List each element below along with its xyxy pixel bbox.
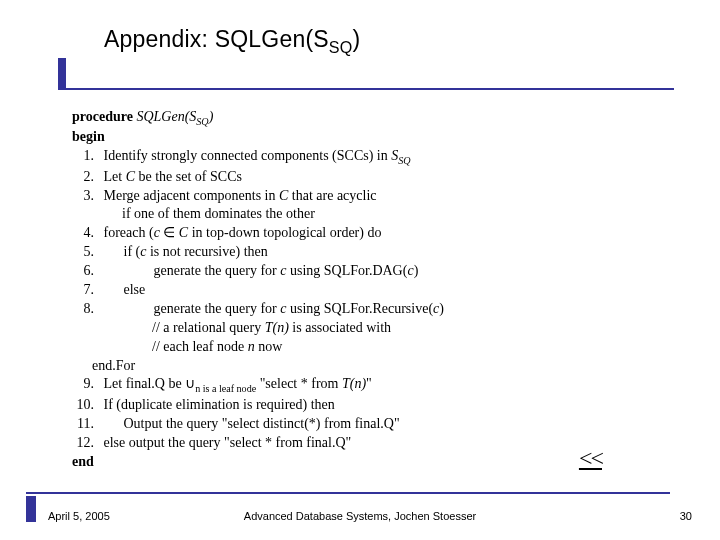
line-3b: if one of them dominates the other [72,205,632,224]
line-number: 9. [72,375,94,394]
line-text: if ( [124,244,141,259]
back-link[interactable]: << [579,445,602,472]
line-text: Output the query "select distinct(*) fro… [124,416,400,431]
line-text: If (duplicate elimination is required) t… [104,397,335,412]
line-number: 7. [72,281,94,300]
end-keyword: end [72,454,94,469]
line-number: 2. [72,168,94,187]
line-text: Let final.Q be ∪ [104,376,196,391]
line-10: 10. If (duplicate elimination is require… [72,396,632,415]
line-number: 4. [72,224,94,243]
line-text: is not recursive) then [146,244,267,259]
procedure-call-prefix: SQLGen(S [136,109,196,124]
in-symbol: ∈ [160,225,179,240]
line-1: 1. Identify strongly connected component… [72,147,632,167]
line-text: " [366,376,372,391]
line-8c: // each leaf node n now [72,338,632,357]
line-text: in top-down topological order) do [188,225,381,240]
line-number: 12. [72,434,94,453]
procedure-keyword: procedure [72,109,133,124]
slide: Appendix: SQLGen(SSQ) procedure SQLGen(S… [0,0,720,540]
line-text: foreach ( [104,225,154,240]
line-text: // each leaf node [152,339,248,354]
line-11: 11. Output the query "select distinct(*)… [72,415,632,434]
line-8: 8. generate the query for c using SQLFor… [72,300,632,319]
line-number: 11. [72,415,94,434]
line-text: else [124,282,146,297]
line-text: generate the query for [154,263,281,278]
footer-line [26,492,670,494]
line-text: now [255,339,283,354]
procedure-call-sub: SQ [196,116,208,127]
line-number: 6. [72,262,94,281]
title-subscript: SQ [329,38,353,56]
page-title: Appendix: SQLGen(SSQ) [104,26,360,57]
line-number: 8. [72,300,94,319]
line-8b: // a relational query T(n) is associated… [72,319,632,338]
line-text: is associated with [289,320,391,335]
procedure-body: procedure SQLGen(SSQ) begin 1. Identify … [72,108,632,471]
sym-n: n [248,339,255,354]
title-prefix: Appendix: SQLGen(S [104,26,329,52]
line-number: 10. [72,396,94,415]
procedure-call-suffix: ) [209,109,214,124]
indent [104,301,154,316]
line-2: 2. Let C be the set of SCCs [72,168,632,187]
line-text: ) [439,301,444,316]
sym-S-sub: SQ [398,155,410,166]
sym-C: C [126,169,135,184]
line-text: "select * from [256,376,342,391]
indent [104,244,124,259]
sym-C: C [179,225,188,240]
sym-Tn: T(n) [342,376,366,391]
line-text: Merge adjacent components in [104,188,279,203]
line-text: else output the query "select * from fin… [104,435,352,450]
line-9: 9. Let final.Q be ∪n is a leaf node "sel… [72,375,632,395]
line-text: ) [414,263,419,278]
line-text: using SQLFor.DAG( [286,263,407,278]
line-5: 5. if (c is not recursive) then [72,243,632,262]
indent [104,416,124,431]
line-number: 3. [72,187,94,206]
footer-center: Advanced Database Systems, Jochen Stoess… [0,510,720,522]
indent [104,282,124,297]
line-number: 1. [72,147,94,166]
sym-C: C [279,188,288,203]
procedure-header: procedure SQLGen(SSQ) [72,108,632,128]
accent-line [66,88,674,90]
line-text: Identify strongly connected components (… [104,148,392,163]
line-3: 3. Merge adjacent components in C that a… [72,187,632,206]
end-keyword-row: end [72,453,632,472]
line-text: be the set of SCCs [135,169,242,184]
line-text: that are acyclic [288,188,376,203]
accent-bar [58,58,66,90]
line-text: Let [104,169,126,184]
line-text: // a relational query [152,320,265,335]
line-12: 12. else output the query "select * from… [72,434,632,453]
begin-keyword: begin [72,129,105,144]
endfor-row: end.For [72,357,632,376]
line-number: 5. [72,243,94,262]
union-subscript: n is a leaf node [195,383,256,394]
begin-keyword-row: begin [72,128,632,147]
line-text: generate the query for [154,301,281,316]
indent [104,263,154,278]
line-7: 7. else [72,281,632,300]
line-text: using SQLFor.Recursive( [286,301,433,316]
footer-page-number: 30 [680,510,692,522]
title-suffix: ) [352,26,360,52]
line-6: 6. generate the query for c using SQLFor… [72,262,632,281]
endfor-keyword: end.For [92,358,135,373]
sym-Tn: T(n) [265,320,289,335]
line-text: if one of them dominates the other [122,206,315,221]
line-4: 4. foreach (c ∈ C in top-down topologica… [72,224,632,243]
